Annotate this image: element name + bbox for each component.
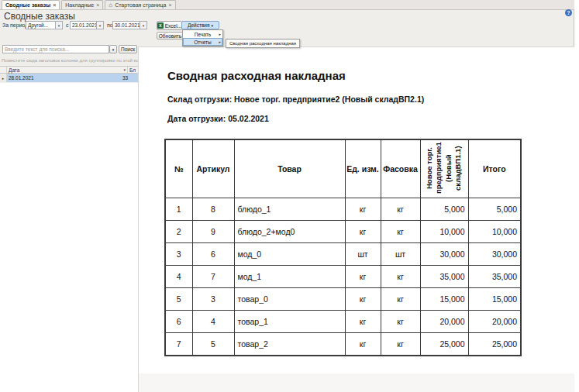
report-table-cell: 35,000 [420, 266, 468, 288]
tab-start-page[interactable]: ⌂ Стартовая страница × [105, 0, 175, 9]
report-table-cell: 6 [165, 311, 192, 333]
report-table-cell: 2 [165, 221, 192, 243]
search-input[interactable]: Введите текст для поиска... [2, 45, 109, 53]
report-table-cell: 3 [165, 243, 192, 266]
chevron-down-icon[interactable]: ▾ [140, 22, 146, 29]
report-table-cell: кг [381, 311, 420, 333]
actions-button-label: Действия [188, 22, 209, 28]
report-table-row: 47мод_1кгкг35,00035,000 [165, 266, 521, 288]
report-table-cell: кг [381, 221, 420, 243]
report-table-cell: мод_0 [234, 243, 345, 266]
header-packing: Фасовка [381, 139, 420, 198]
report-table-cell: 6 [192, 243, 234, 266]
report-table-cell: блюдо_2+мод0 [234, 221, 345, 243]
report-table-cell: кг [381, 333, 420, 356]
menu-item-label: Печать [195, 32, 211, 37]
report-table-cell: 7 [192, 266, 234, 288]
report-table-cell: мод_1 [234, 266, 345, 288]
period-value: Другой... [26, 22, 55, 29]
report-table-row: 29блюдо_2+мод0кгкг10,00010,000 [165, 221, 521, 243]
page-title: Сводные заказы [4, 11, 75, 22]
sort-desc-icon: ▾ [123, 67, 126, 72]
close-icon[interactable]: × [168, 2, 171, 8]
chevron-down-icon[interactable]: ▾ [55, 22, 62, 29]
report-table-cell: 20,000 [420, 311, 468, 333]
report-title: Сводная расходная накладная [167, 69, 346, 82]
help-icon[interactable]: ? [565, 9, 572, 16]
period-select[interactable]: Другой... ▾ [26, 21, 63, 29]
report-table-cell: шт [345, 243, 381, 266]
report-table: № Артикул Товар Ед. изм. Фасовка Новое т… [164, 139, 522, 356]
column-header-2[interactable]: Бл [128, 67, 138, 73]
report-table-cell: 5,000 [468, 198, 521, 221]
report-table-cell: 1 [165, 198, 192, 221]
header-article: Артикул [192, 139, 234, 198]
menu-item-svodnaya-rashodnaya[interactable]: Сводная расходная накладная [229, 41, 296, 46]
date-to-field[interactable]: 30.01.2021 ▾ [112, 21, 147, 29]
date-from-field[interactable]: 23.01.2021 ▾ [70, 21, 104, 29]
row-value-cell: 33 [121, 75, 138, 81]
report-table-cell: 4 [192, 311, 234, 333]
report-table-cell: 20,000 [468, 311, 521, 333]
submenu-arrow-icon: ▸ [219, 40, 221, 44]
report-table-cell: 10,000 [468, 221, 521, 243]
column-header-label: Дата [9, 67, 19, 73]
column-header-date[interactable]: Дата ▾ [7, 67, 128, 73]
row-marker-header [0, 67, 7, 73]
report-table-cell: 4 [165, 266, 192, 288]
report-table-cell: 7 [165, 333, 192, 356]
report-table-cell: 30,000 [468, 243, 521, 266]
report-table-cell: 15,000 [420, 288, 468, 311]
chevron-down-icon: ▾ [112, 47, 115, 52]
selected-row[interactable]: 28.01.2021 33 [7, 74, 138, 82]
tab-nakladnye[interactable]: Накладные × [61, 0, 103, 9]
report-table-cell: 15,000 [468, 288, 521, 311]
report-table-cell: 5 [165, 288, 192, 311]
header-warehouse: Новое торг. предприятие1 (Новый складВП1… [420, 139, 468, 198]
report-table-cell: блюдо_1 [234, 198, 345, 221]
report-table-body: 18блюдо_1кгкг5,0005,00029блюдо_2+мод0кгк… [165, 198, 521, 356]
report-table-cell: кг [345, 198, 381, 221]
report-table-cell: кг [381, 288, 420, 311]
actions-button[interactable]: Действия ▾ [181, 21, 219, 29]
reports-submenu: Сводная расходная накладная [226, 39, 300, 48]
header-warehouse-vertical-text: Новое торг. предприятие1 (Новый складВП1… [425, 141, 463, 195]
tab-label: Накладные [65, 2, 94, 8]
search-history-dropdown[interactable]: ▾ [109, 45, 117, 53]
report-page: Сводная расходная накладная Склад отгруз… [139, 47, 575, 373]
report-table-row: 75товар_2кгкг25,00025,000 [165, 333, 521, 356]
report-table-cell: 30,000 [420, 243, 468, 266]
chevron-down-icon[interactable]: ▾ [96, 22, 103, 29]
table-row[interactable]: ▸ 28.01.2021 33 [0, 74, 138, 82]
column-header-label: Бл [129, 67, 136, 73]
excel-button[interactable]: X Excel... [157, 21, 182, 30]
report-table-cell: 10,000 [420, 221, 468, 243]
report-table-cell: кг [345, 288, 381, 311]
tab-label: Стартовая страница [115, 2, 166, 8]
excel-icon: X [157, 22, 164, 29]
report-table-cell: кг [381, 266, 420, 288]
close-icon[interactable]: × [53, 2, 56, 8]
home-icon: ⌂ [109, 2, 112, 9]
menu-item-reports[interactable]: Отчеты ▸ [183, 38, 222, 46]
tab-bar: Сводные заказы × Накладные × ⌂ Стартовая… [0, 0, 574, 10]
refresh-button[interactable]: Обновить [157, 32, 184, 40]
close-icon[interactable]: × [96, 2, 99, 8]
report-date-line: Дата отгрузки: 05.02.2021 [167, 114, 269, 123]
header-total: Итого [468, 139, 521, 198]
header-product: Товар [234, 139, 345, 198]
header-number: № [165, 139, 192, 198]
report-table-cell: 25,000 [468, 333, 521, 356]
report-table-cell: кг [345, 266, 381, 288]
report-table-cell: 9 [192, 221, 234, 243]
period-label: За период [2, 22, 28, 28]
search-button-label: Поиск [121, 46, 135, 52]
chevron-down-icon: ▾ [211, 23, 213, 28]
report-table-cell: кг [381, 198, 420, 221]
tab-svodnye-zakazy[interactable]: Сводные заказы × [2, 0, 60, 9]
menu-item-label: Отчеты [194, 40, 211, 45]
excel-button-label: Excel... [165, 23, 181, 29]
menu-item-print[interactable]: Печать ▸ [183, 30, 222, 38]
submenu-arrow-icon: ▸ [219, 32, 221, 36]
search-button[interactable]: Поиск [119, 45, 137, 53]
